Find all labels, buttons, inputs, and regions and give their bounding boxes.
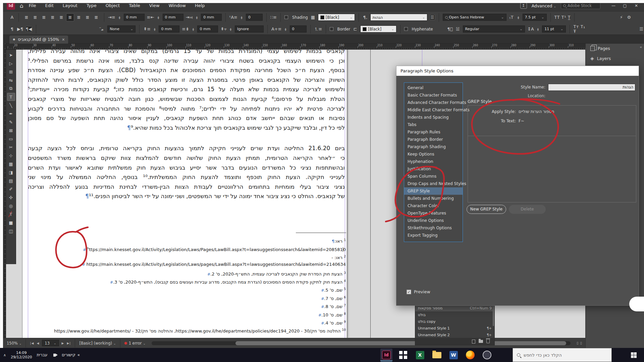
paragraph-style-row[interactable]: בולט copy [415, 318, 494, 325]
align-button-2[interactable]: ≣ [40, 13, 48, 21]
align-button-5[interactable]: ≣ [66, 13, 74, 21]
apply-style-value[interactable]: מספור הערות שוליים [519, 109, 554, 114]
align-button-1[interactable]: ≣ [31, 13, 39, 21]
keyboard-language[interactable]: עברית [37, 353, 47, 357]
preflight-error-dropdown[interactable]: 1 error⌄ [124, 341, 146, 346]
page-tool[interactable]: ⊞ [7, 68, 15, 76]
menu-layout[interactable]: Layout [63, 3, 77, 8]
dialog-section-bullets-and-numbering[interactable]: Bullets and Numbering [404, 195, 463, 202]
fill-stroke-swatch[interactable]: ■ [7, 219, 15, 227]
delete-style-trash-icon[interactable] [486, 340, 490, 343]
dialog-section-advanced-character-formats[interactable]: Advanced Character Formats [404, 99, 463, 106]
menu-table[interactable]: Table [129, 3, 140, 8]
dialog-section-paragraph-border[interactable]: Paragraph Border [404, 136, 463, 143]
dialog-section-grep-style[interactable]: GREP Style [404, 187, 463, 195]
border-color-combo[interactable]: [Black]⌄ [360, 25, 396, 33]
space-before-field[interactable]: 0 mm [159, 25, 179, 33]
home-icon[interactable]: ⌂ [20, 2, 23, 9]
line-tool[interactable]: ╲ [7, 101, 15, 109]
dialog-section-export-tagging[interactable]: Export Tagging [404, 232, 463, 239]
taskbar-grid-icon[interactable] [397, 349, 409, 361]
align-button-8[interactable]: ≣ [92, 13, 100, 21]
taskbar-word-icon[interactable]: W [447, 349, 460, 361]
align-button-3[interactable]: ≣ [49, 13, 57, 21]
dialog-title-bar[interactable]: Paragraph Style Options [396, 66, 639, 76]
taskbar-browser-icon[interactable] [481, 349, 493, 361]
taskbar-clock[interactable]: 14:09 29/12/2020 [11, 351, 32, 359]
hyphenate-checkbox[interactable] [404, 27, 408, 31]
selection-tool[interactable]: ➤ [7, 51, 15, 59]
taskbar-firefox-icon[interactable] [464, 349, 476, 361]
share-icon[interactable]: ↥ [520, 3, 527, 9]
panel-toggle-icon[interactable]: ☰ [430, 14, 435, 20]
horizontal-ruler[interactable]: 2030405060708090100110120130140150160170… [6, 44, 585, 50]
page-number-field[interactable]: 13⌄ [42, 340, 59, 346]
style-name-input[interactable]: הגהות [548, 84, 635, 91]
horizontal-scrollbar[interactable] [152, 341, 571, 345]
scissors-tool[interactable]: ✂ [7, 143, 15, 151]
content-collector-tool[interactable]: ⧉ [7, 84, 15, 93]
text-formatting-indicator[interactable]: T [7, 210, 15, 218]
rtl-paragraph-icon[interactable]: ¶◀ [25, 26, 32, 32]
drop-cap-lines-field[interactable]: 0 [246, 14, 263, 21]
dialog-section-underline-options[interactable]: Underline Options [404, 217, 463, 224]
panel-button-pages[interactable]: Pages [586, 44, 644, 53]
close-button[interactable]: ✕ [631, 3, 641, 8]
speaker-icon[interactable] [53, 354, 56, 357]
indent-left-field[interactable]: 0 mm [163, 14, 183, 21]
indent-first-field[interactable]: 0 mm [201, 14, 222, 21]
dialog-section-opentype-features[interactable]: OpenType Features [404, 209, 463, 217]
zoom-tool[interactable]: ◎ [7, 202, 15, 210]
numbered-list-icon[interactable]: ⒈≡ [314, 26, 322, 32]
font-size-field[interactable]: 7.5 pt⌄ [523, 14, 547, 21]
dialog-section-drop-caps-and-nested-styles[interactable]: Drop Caps and Nested Styles [404, 180, 463, 187]
scrollbar-thumb[interactable] [235, 341, 567, 345]
type-tool[interactable]: T [7, 93, 15, 101]
paragraph-style-row[interactable]: Unnamed Style 2¶+ [415, 331, 494, 338]
prev-page-button[interactable]: ◀ [37, 342, 39, 345]
dialog-section-tabs[interactable]: Tabs [404, 121, 463, 128]
font-family-combo[interactable]: Open Sans Hebrew⌄ [443, 14, 506, 21]
shading-color-combo[interactable]: [Black]⌄ [318, 14, 355, 21]
dialog-section-paragraph-rules[interactable]: Paragraph Rules [404, 128, 463, 136]
case-buttons-2[interactable]: Tт T₁ Ŧ [574, 24, 589, 34]
drop-cap-chars-field[interactable]: 0 [290, 25, 307, 33]
menu-file[interactable]: File [29, 3, 36, 8]
align-button-0[interactable]: ≣ [22, 13, 31, 21]
gear-icon[interactable]: ⚙ [626, 15, 632, 20]
taskbar-indesign-icon[interactable]: Id [380, 349, 392, 361]
dock-collapse-icon[interactable]: « [640, 45, 642, 49]
case-buttons[interactable]: TT T¹ T̲ [554, 15, 571, 20]
menu-object[interactable]: Object [106, 3, 120, 8]
workspace-switcher[interactable]: Advanced⌄ [532, 3, 556, 8]
indent-right-field[interactable]: 0 mm [124, 14, 145, 21]
statusbar-corner-icons[interactable]: ▯▯ [577, 341, 585, 345]
hand-tool[interactable]: ✣ [7, 193, 15, 201]
dialog-section-middle-east-character-formats[interactable]: Middle East Character Formats [404, 106, 463, 114]
paragraph-style-row[interactable]: Unnamed Style 1¶+ [415, 325, 494, 331]
gradient-feather-tool[interactable]: ◨ [7, 168, 15, 176]
gradient-swatch-tool[interactable]: ▦ [7, 160, 15, 168]
create-style-icon[interactable] [472, 340, 475, 344]
styles-panel-scrollbar[interactable] [493, 306, 494, 326]
tray-expand-icon[interactable]: ∧ [3, 353, 6, 357]
taskbar-search-box[interactable]: הקלד כאן כדי לחפש [513, 348, 612, 362]
menu-edit[interactable]: Edit [45, 3, 54, 8]
bullet-list-icon[interactable]: ∷≡ [270, 15, 277, 20]
hamburger-menu-icon[interactable]: ☰ [639, 26, 644, 32]
delete-button-disabled[interactable]: Delete [509, 205, 546, 214]
maximize-button[interactable]: ▢ [620, 3, 630, 8]
menu-view[interactable]: View [149, 3, 160, 8]
adobe-stock-search[interactable]: Adobe Stock [561, 2, 600, 9]
taskbar-excel-icon[interactable]: X [414, 349, 426, 361]
links-toolbar[interactable]: קישורים« [62, 353, 80, 357]
offscreen-dialog-button[interactable] [629, 297, 644, 311]
pilcrow-icon[interactable]: ¶ [9, 26, 15, 32]
border-style-icon[interactable]: ⊏ [353, 26, 358, 32]
next-page-button[interactable]: ▶ [62, 342, 64, 345]
dialog-section-paragraph-shading[interactable]: Paragraph Shading [404, 143, 463, 150]
tab-close-icon[interactable]: ✕ [62, 38, 65, 42]
rectangle-tool[interactable]: ▭ [7, 135, 15, 143]
taskbar-explorer-icon[interactable] [431, 349, 443, 361]
first-page-button[interactable]: |◀ [30, 342, 34, 345]
